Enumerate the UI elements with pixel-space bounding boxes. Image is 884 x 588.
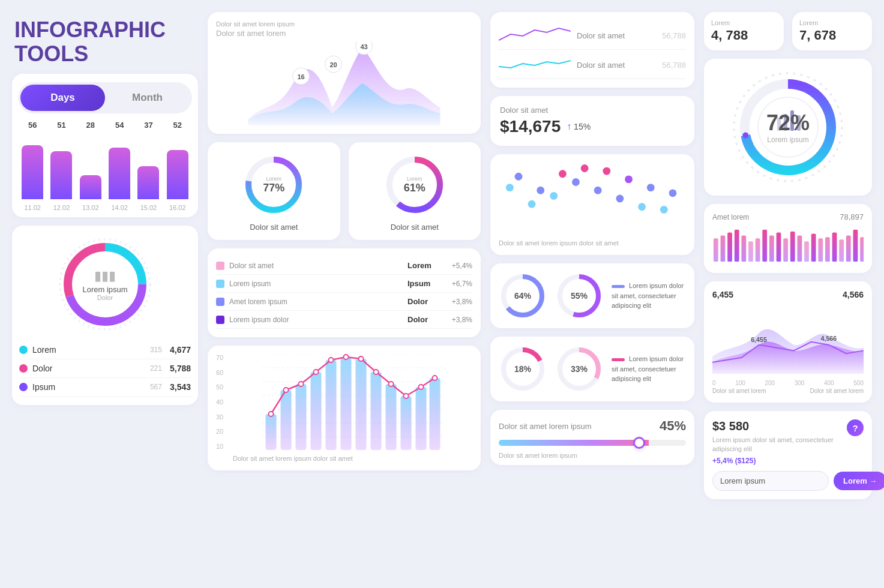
bar-4: [137, 166, 159, 199]
days-button[interactable]: Days: [20, 85, 105, 111]
stat-pct: ↑ 15%: [567, 121, 591, 132]
svg-rect-116: [860, 237, 864, 262]
gauge-pct: 72%: [766, 110, 810, 136]
top-stat-1-val: 7, 678: [799, 28, 865, 43]
lt-pct-1: +6,7%: [445, 280, 472, 288]
bar-line-svg: [233, 354, 472, 450]
mini-bar-header: Amet lorem 78,897: [712, 212, 864, 221]
svg-rect-104: [777, 233, 781, 262]
svg-rect-33: [430, 378, 440, 450]
app-title: INFOGRAPHIC TOOLS: [14, 18, 198, 65]
area-small-xaxis: 0 100 200 300 400 500: [712, 380, 864, 386]
donut-77-panel: Lorem 77% Dolor sit amet: [208, 142, 340, 240]
circles-row-1: 18% 33% Lorem ipsum dolor sit amet, cons…: [499, 345, 686, 393]
toggle-row: Days Month: [18, 82, 192, 113]
slider-right-label: 45%: [660, 418, 686, 434]
circle-64-center: 64%: [514, 291, 531, 301]
lt-sq-1: [216, 280, 224, 288]
svg-rect-31: [401, 396, 412, 450]
svg-rect-103: [769, 235, 774, 262]
bottom-card-desc: Lorem ipsum dolor sit amet, consectetuer…: [712, 436, 847, 454]
svg-rect-106: [790, 232, 795, 262]
lt-row-1: Lorem ipsum Ipsum +6,7%: [216, 275, 472, 293]
lt-name-2: Amet lorem ipsum: [229, 298, 403, 306]
circle-64-wrap: 64%: [499, 272, 547, 320]
legend-val-2: 3,543: [170, 382, 191, 392]
svg-text:20: 20: [329, 61, 337, 68]
svg-rect-108: [804, 241, 809, 262]
svg-rect-95: [714, 238, 718, 262]
donut-77-label: Dolor sit amet: [250, 223, 298, 232]
bar-line-panel: 10 20 30 40 50 60 70: [208, 346, 481, 470]
lt-pct-3: +3,8%: [445, 316, 472, 324]
line-row-1-content: [499, 55, 571, 75]
svg-point-37: [314, 370, 319, 374]
svg-rect-100: [748, 241, 753, 262]
svg-point-34: [269, 412, 274, 416]
bar-val-5: 52: [166, 121, 190, 130]
svg-point-47: [506, 184, 514, 191]
svg-point-69: [625, 175, 633, 183]
stat-amount-row: $14,675 ↑ 15%: [500, 117, 685, 136]
lt-row-3: Lorem ipsum dolor Dolor +3,8%: [216, 311, 472, 329]
svg-point-40: [359, 356, 364, 361]
donut-61-center: Lorem 61%: [404, 176, 425, 194]
svg-point-75: [660, 206, 668, 214]
bar-val-4: 37: [136, 121, 160, 130]
bar-0: [22, 145, 43, 199]
donut-sub-label: Dolor: [82, 294, 127, 301]
lt-sq-2: [216, 298, 224, 306]
svg-rect-98: [735, 230, 739, 262]
legend-mid-2: 567: [147, 383, 165, 391]
bar-date-0: 11.02: [20, 204, 44, 211]
lollipop-svg: [499, 163, 686, 235]
circle-55-wrap: 55%: [555, 272, 603, 320]
question-button[interactable]: ?: [847, 419, 864, 436]
bar-line-y-axis: 10 20 30 40 50 60 70: [216, 354, 223, 450]
line-label-1: Dolor sit amet: [577, 61, 625, 70]
mini-bars-svg: [712, 226, 864, 262]
svg-text:4,566: 4,566: [821, 335, 837, 342]
slider-track[interactable]: [499, 440, 686, 446]
line-row-0: Dolor sit amet 56,788: [499, 20, 686, 50]
lt-row-2: Amet lorem ipsum Dolor +3,8%: [216, 293, 472, 311]
lt-bold-2: Dolor: [407, 297, 440, 306]
circle-18-wrap: 18%: [499, 345, 547, 393]
stat-label: Dolor sit amet: [500, 106, 685, 115]
bar-5: [167, 150, 188, 199]
lorem-button[interactable]: Lorem →: [834, 472, 884, 490]
lorem-ipsum-input[interactable]: [712, 471, 829, 491]
svg-point-35: [284, 388, 289, 392]
svg-rect-113: [839, 239, 844, 262]
stat-big-panel: Dolor sit amet $14,675 ↑ 15%: [490, 96, 694, 146]
bar-2: [80, 175, 101, 199]
line-label-0: Dolor sit amet: [577, 31, 625, 40]
svg-rect-30: [386, 384, 397, 450]
legend-item-1: Dolor 221 5,788: [19, 359, 191, 378]
svg-rect-26: [326, 360, 337, 450]
gauge-label: Lorem ipsum: [766, 136, 810, 144]
line-val-1: 56,788: [662, 61, 686, 70]
svg-rect-24: [296, 384, 307, 450]
days-month-toggle-panel: Days Month 56 51 28 54 37 52 11.0: [12, 74, 198, 217]
legend-table-panel: Dolor sit amet Lorem +5,4% Lorem ipsum I…: [208, 248, 481, 337]
slider-left-label: Dolor sit amet lorem ipsum: [499, 422, 592, 431]
top-stats-row: Lorem 4, 788 Lorem 7, 678: [704, 12, 872, 50]
lt-bold-1: Ipsum: [407, 279, 440, 288]
circles-row-0-panel: 64% 55% Lorem ipsum dolor sit amet, cons…: [490, 263, 694, 328]
slider-thumb[interactable]: [633, 437, 645, 449]
svg-point-51: [528, 200, 536, 208]
bar-date-4: 15.02: [136, 204, 160, 211]
lt-sq-0: [216, 262, 224, 270]
bar-line-x-label: Dolor sit amet lorem ipsum dolor sit ame…: [216, 455, 472, 462]
legend-val-0: 4,677: [170, 345, 191, 355]
title-block: INFOGRAPHIC TOOLS: [12, 12, 198, 65]
gauge-panel: 72% Lorem ipsum: [704, 59, 872, 196]
circle-33-wrap: 33%: [555, 345, 603, 393]
month-button[interactable]: Month: [105, 85, 190, 111]
bar-date-3: 14.02: [107, 204, 131, 211]
circle-legend-sq-1: [612, 358, 625, 361]
bar-date-1: 12.02: [49, 204, 73, 211]
legend-mid-0: 315: [147, 346, 165, 354]
mini-bar-panel: Amet lorem 78,897: [704, 204, 872, 273]
